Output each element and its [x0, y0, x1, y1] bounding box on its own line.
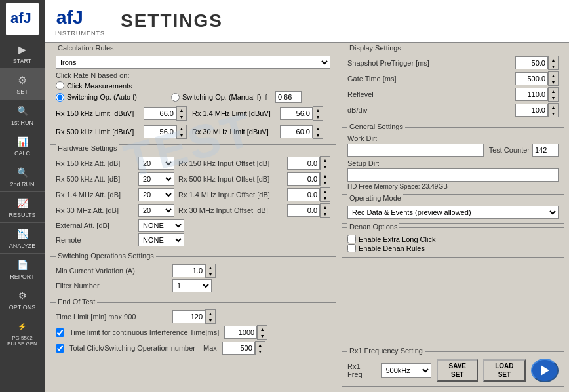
rx1-4-offset-down[interactable]: ▼	[321, 195, 330, 201]
sidebar-item-set[interactable]: ⚙ SET	[0, 69, 45, 100]
rx150-limit-up[interactable]: ▲	[177, 107, 186, 113]
sidebar-item-calc[interactable]: 📊 CALC	[0, 130, 45, 161]
rx150-offset-up[interactable]: ▲	[321, 157, 330, 163]
rx150-att-select[interactable]: 20	[138, 157, 174, 170]
rx500-limit-input[interactable]	[144, 125, 176, 138]
rx500-offset-up[interactable]: ▲	[321, 172, 330, 179]
total-click-label: Total Click/Switching Operation number	[69, 344, 195, 352]
sidebar-item-pulse-gen[interactable]: ⚡ PG 5502PULSE GEN	[0, 315, 45, 351]
save-set-button[interactable]: SAVE SET	[437, 359, 478, 382]
play-button[interactable]	[531, 359, 559, 382]
setup-dir-input[interactable]	[347, 168, 559, 182]
rx30-offset-up[interactable]: ▲	[321, 204, 330, 210]
time-interference-input[interactable]	[224, 326, 257, 339]
rx500-limit-spinner-btns: ▲ ▼	[176, 125, 187, 139]
click-measurements-radio[interactable]	[56, 81, 64, 90]
db-div-up[interactable]: ▲	[549, 104, 558, 110]
rx150-limit-input[interactable]	[144, 107, 176, 120]
rx30-att-select[interactable]: 20	[138, 204, 174, 217]
reflevel-label: Reflevel	[347, 90, 374, 98]
reflevel-input[interactable]	[515, 88, 548, 101]
main-wrapper: afJ INSTRUMENTS SETTINGS TEST Calculatio…	[45, 0, 569, 392]
denan-rules-checkbox[interactable]	[347, 244, 356, 252]
rx150-offset-input[interactable]	[287, 157, 320, 170]
test-counter-input[interactable]	[532, 144, 559, 157]
filter-number-select[interactable]: 1	[172, 279, 212, 292]
sidebar-item-start[interactable]: ▶ START	[0, 38, 45, 69]
gate-time-input[interactable]	[515, 72, 548, 85]
rx30-limit-up[interactable]: ▲	[313, 125, 323, 132]
sidebar-item-results[interactable]: 📈 RESULTS	[0, 192, 45, 223]
rx1-4-limit-up[interactable]: ▲	[313, 107, 323, 113]
remote-select[interactable]: NONE	[138, 233, 184, 246]
switching-auto-radio[interactable]	[56, 93, 64, 102]
gate-time-down[interactable]: ▼	[549, 79, 558, 85]
rx150-limit-down[interactable]: ▼	[177, 113, 186, 120]
time-interference-down[interactable]: ▼	[258, 332, 267, 339]
sidebar-label-options: OPTIONS	[9, 304, 36, 311]
rx1-4-offset-input[interactable]	[287, 188, 320, 201]
min-current-up[interactable]: ▲	[206, 264, 215, 271]
rx150-offset-spinner: ▲ ▼	[287, 156, 330, 170]
time-limit-down[interactable]: ▼	[206, 317, 215, 323]
work-dir-input[interactable]	[347, 144, 484, 157]
time-limit-input[interactable]	[172, 310, 205, 323]
rx30-offset-input[interactable]	[287, 204, 320, 217]
hardware-settings-group: Hardware Settings Rx 150 kHz Att. [dB] 2…	[50, 149, 336, 252]
rx30-limit-down[interactable]: ▼	[313, 132, 323, 138]
profile-select[interactable]: Irons	[56, 56, 330, 69]
time-limit-up[interactable]: ▲	[206, 310, 215, 317]
rx1-freq-select[interactable]: 500kHz 150kHz 1.4MHz 30MHz	[381, 363, 431, 378]
rx1-freq-label: Rx1 Freq	[347, 363, 376, 378]
total-click-down[interactable]: ▼	[256, 348, 265, 355]
hw-row5: External Att. [dB] NONE	[56, 219, 330, 232]
sidebar-item-options[interactable]: ⚙ OPTIONS	[0, 284, 45, 315]
pretrigger-down[interactable]: ▼	[549, 63, 558, 69]
rx1-4-offset-up[interactable]: ▲	[321, 188, 330, 195]
rx500-limit-down[interactable]: ▼	[177, 132, 186, 138]
total-click-checkbox[interactable]	[56, 344, 64, 353]
operating-mode-select[interactable]: Rec Data & Events (preview allowed)	[347, 206, 559, 219]
content-area: Calculation Rules Irons Click Rate N bas…	[45, 43, 569, 392]
gate-time-up[interactable]: ▲	[549, 72, 558, 79]
db-div-down[interactable]: ▼	[549, 110, 558, 117]
rx30-offset-label: Rx 30 MHz Input Offset [dB]	[178, 206, 283, 214]
total-click-up[interactable]: ▲	[256, 342, 265, 348]
rx30-limit-row: Rx 30 MHz Limit [dBuV] ▲ ▼	[192, 125, 323, 139]
sidebar-item-analyze[interactable]: 📉 ANALYZE	[0, 223, 45, 254]
load-set-button[interactable]: LOAD SET	[483, 359, 526, 382]
time-limit-spinner: ▲ ▼	[172, 309, 216, 324]
rx500-limit-up[interactable]: ▲	[177, 125, 186, 132]
reflevel-down[interactable]: ▼	[549, 94, 558, 101]
sidebar-item-2ndrun[interactable]: 🔍 2nd RUN	[0, 161, 45, 192]
rx500-offset-input[interactable]	[287, 172, 320, 186]
rx1-4-limit-input[interactable]	[280, 107, 313, 120]
min-current-input[interactable]	[172, 264, 205, 277]
total-click-input[interactable]	[222, 342, 255, 355]
rx30-offset-down[interactable]: ▼	[321, 210, 330, 217]
pretrigger-up[interactable]: ▲	[549, 56, 558, 63]
extra-long-click-checkbox[interactable]	[347, 235, 356, 243]
ext-att-select[interactable]: NONE	[138, 219, 184, 232]
rx500-offset-label: Rx 500 kHz Input Offset [dB]	[178, 175, 283, 183]
switching-manual-row: Switching Op. (Manual f)	[171, 93, 261, 102]
rx150-offset-down[interactable]: ▼	[321, 163, 330, 170]
total-click-btns: ▲ ▼	[255, 341, 265, 355]
sidebar-item-1strun[interactable]: 🔍 1st RUN	[0, 100, 45, 130]
switching-manual-radio[interactable]	[171, 93, 180, 102]
min-current-down[interactable]: ▼	[206, 271, 215, 277]
rx1-4-att-select[interactable]: 20	[138, 188, 174, 201]
sidebar-item-report[interactable]: 📄 REPORT	[0, 254, 45, 284]
rx1-4-limit-down[interactable]: ▼	[313, 113, 323, 120]
time-interference-btns: ▲ ▼	[257, 325, 267, 340]
rx500-offset-down[interactable]: ▼	[321, 179, 330, 186]
db-div-input[interactable]	[515, 104, 548, 117]
time-interference-up[interactable]: ▲	[258, 326, 267, 332]
click-rate-label: Click Rate N based on:	[56, 71, 330, 79]
pretrigger-input[interactable]	[515, 56, 548, 69]
f-value-input[interactable]	[275, 91, 302, 103]
rx500-att-select[interactable]: 20	[138, 172, 174, 186]
rx30-limit-input[interactable]	[280, 125, 313, 138]
time-interference-checkbox[interactable]	[56, 328, 64, 337]
reflevel-up[interactable]: ▲	[549, 88, 558, 94]
